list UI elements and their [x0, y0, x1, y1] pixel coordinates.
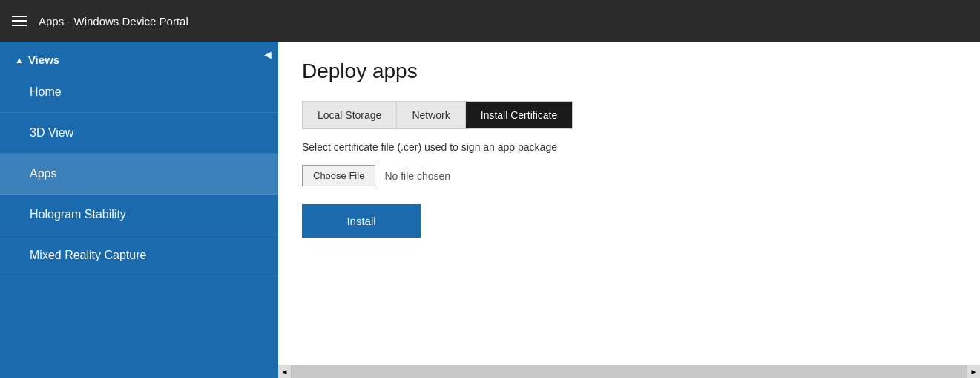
sidebar-item-home-label: Home — [30, 85, 62, 98]
sidebar-views-section: ▲ Views — [0, 42, 278, 72]
views-arrow-icon: ▲ — [15, 55, 24, 65]
header-bar: Apps - Windows Device Portal — [0, 0, 980, 42]
sidebar-item-home[interactable]: Home — [0, 72, 278, 113]
sidebar-views-label: Views — [28, 53, 59, 66]
tab-install-certificate[interactable]: Install Certificate — [466, 102, 572, 128]
sidebar-item-apps-label: Apps — [30, 167, 56, 180]
choose-file-button[interactable]: Choose File — [302, 165, 375, 186]
sidebar: ◄ ▲ Views Home 3D View Apps Hologram Sta… — [0, 42, 278, 378]
horizontal-scrollbar[interactable]: ◄ ► — [278, 365, 980, 378]
scroll-left-arrow[interactable]: ◄ — [278, 365, 292, 379]
content-area: Deploy apps Local Storage Network Instal… — [278, 42, 980, 378]
scroll-right-arrow[interactable]: ► — [967, 365, 980, 379]
header-title: Apps - Windows Device Portal — [39, 15, 188, 27]
sidebar-item-3dview-label: 3D View — [30, 126, 73, 139]
main-layout: ◄ ▲ Views Home 3D View Apps Hologram Sta… — [0, 42, 980, 378]
install-button[interactable]: Install — [302, 204, 421, 238]
tab-network[interactable]: Network — [397, 102, 465, 128]
scroll-track[interactable] — [292, 365, 967, 378]
sidebar-item-hologram-stability[interactable]: Hologram Stability — [0, 195, 278, 235]
sidebar-collapse-button[interactable]: ◄ — [257, 42, 278, 68]
cert-description: Select certificate file (.cer) used to s… — [302, 141, 956, 153]
sidebar-item-apps[interactable]: Apps — [0, 154, 278, 195]
tab-local-storage[interactable]: Local Storage — [303, 102, 397, 128]
sidebar-item-mixed-reality-capture[interactable]: Mixed Reality Capture — [0, 235, 278, 276]
sidebar-item-hologram-label: Hologram Stability — [30, 208, 126, 221]
content-main: Deploy apps Local Storage Network Instal… — [278, 42, 980, 365]
no-file-label: No file chosen — [384, 170, 450, 182]
hamburger-menu-button[interactable] — [12, 16, 27, 26]
deploy-apps-tabs: Local Storage Network Install Certificat… — [302, 101, 573, 129]
page-title: Deploy apps — [302, 59, 956, 83]
sidebar-item-3d-view[interactable]: 3D View — [0, 113, 278, 154]
sidebar-item-mrc-label: Mixed Reality Capture — [30, 249, 146, 261]
file-chooser-row: Choose File No file chosen — [302, 165, 956, 186]
